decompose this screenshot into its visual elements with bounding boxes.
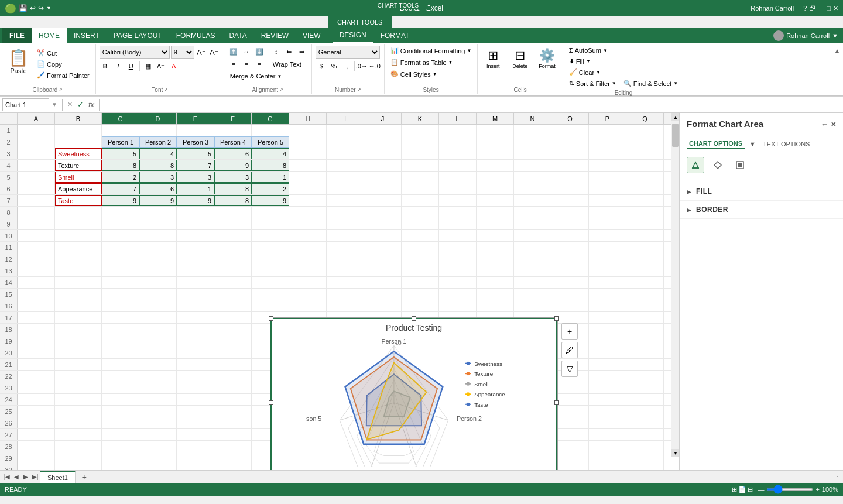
cell-N7[interactable] xyxy=(514,195,551,206)
cell-E24[interactable] xyxy=(177,394,214,405)
fill-section[interactable]: ▶ FILL xyxy=(680,183,843,201)
cell-F23[interactable] xyxy=(214,382,252,393)
cell-F26[interactable] xyxy=(214,417,252,428)
cell-E10[interactable] xyxy=(177,230,214,241)
scroll-down-btn[interactable]: ▼ xyxy=(671,449,679,457)
cell-B26[interactable] xyxy=(55,417,102,428)
cell-K14[interactable] xyxy=(402,277,439,288)
cell-B27[interactable] xyxy=(55,429,102,440)
cell-Q18[interactable] xyxy=(626,324,664,335)
cancel-formula-btn[interactable]: ✕ xyxy=(67,101,73,108)
cell-O8[interactable] xyxy=(551,207,589,218)
cell-O13[interactable] xyxy=(551,265,589,276)
cell-A1[interactable] xyxy=(18,125,55,136)
cell-C16[interactable] xyxy=(102,300,139,311)
cell-M9[interactable] xyxy=(477,218,514,229)
cell-F25[interactable] xyxy=(214,406,252,417)
cell-I9[interactable] xyxy=(327,218,364,229)
align-right-btn[interactable]: ≡ xyxy=(253,59,265,70)
cell-Q7[interactable] xyxy=(626,195,664,206)
cell-C12[interactable] xyxy=(102,253,139,265)
tab-formulas[interactable]: FORMULAS xyxy=(169,28,222,43)
cell-O9[interactable] xyxy=(551,218,589,229)
cell-J12[interactable] xyxy=(364,253,402,265)
cell-E18[interactable] xyxy=(177,324,214,335)
cut-button[interactable]: ✂️ Cut xyxy=(35,48,92,58)
col-header-F[interactable]: F xyxy=(214,113,252,124)
cell-K11[interactable] xyxy=(402,242,439,253)
handle-tm[interactable] xyxy=(412,316,416,321)
decrease-font-btn[interactable]: A⁻ xyxy=(208,46,220,58)
italic-btn[interactable]: I xyxy=(112,60,124,72)
cell-H13[interactable] xyxy=(289,265,327,276)
insert-cell-btn[interactable]: ⊞ Insert xyxy=(481,46,505,71)
cell-E27[interactable] xyxy=(177,429,214,440)
cell-J2[interactable] xyxy=(364,136,402,148)
zoom-in-btn[interactable]: + xyxy=(815,486,819,493)
cell-O12[interactable] xyxy=(551,253,589,265)
text-direction-btn[interactable]: ↕ xyxy=(270,46,282,57)
cell-F1[interactable] xyxy=(214,125,252,136)
cell-G13[interactable] xyxy=(252,265,289,276)
cell-C1[interactable] xyxy=(102,125,139,136)
cell-D28[interactable] xyxy=(139,441,177,452)
cell-K15[interactable] xyxy=(402,289,439,300)
cell-F3[interactable]: 6 xyxy=(214,148,252,159)
col-header-P[interactable]: P xyxy=(589,113,626,124)
undo-icon[interactable]: ↩ xyxy=(30,4,36,12)
font-size-select[interactable]: 9101112 xyxy=(171,46,194,59)
cell-N8[interactable] xyxy=(514,207,551,218)
col-header-O[interactable]: O xyxy=(551,113,589,124)
cell-K1[interactable] xyxy=(402,125,439,136)
cell-E2[interactable]: Person 3 xyxy=(177,136,214,148)
cell-L11[interactable] xyxy=(439,242,477,253)
cell-M13[interactable] xyxy=(477,265,514,276)
cell-P16[interactable] xyxy=(589,300,626,311)
cell-J1[interactable] xyxy=(364,125,402,136)
cell-C8[interactable] xyxy=(102,207,139,218)
chart-add-element-btn[interactable]: + xyxy=(561,323,578,340)
cell-A22[interactable] xyxy=(18,371,55,382)
clear-btn[interactable]: 🧹 Clear ▼ xyxy=(567,67,603,77)
cell-L14[interactable] xyxy=(439,277,477,288)
cell-F29[interactable] xyxy=(214,452,252,464)
cell-B12[interactable] xyxy=(55,253,102,265)
cell-F15[interactable] xyxy=(214,289,252,300)
cell-L6[interactable] xyxy=(439,183,477,194)
cell-E16[interactable] xyxy=(177,300,214,311)
cell-P29[interactable] xyxy=(589,452,626,464)
cell-C11[interactable] xyxy=(102,242,139,253)
sort-filter-btn[interactable]: ⇅ Sort & Filter ▼ xyxy=(567,78,619,88)
cell-P4[interactable] xyxy=(589,160,626,171)
cell-P12[interactable] xyxy=(589,253,626,265)
cell-C22[interactable] xyxy=(102,371,139,382)
cell-A5[interactable] xyxy=(18,172,55,183)
tab-format[interactable]: FORMAT xyxy=(373,28,417,43)
ribbon-collapse-btn[interactable]: ▲ xyxy=(831,44,843,94)
tab-file[interactable]: FILE xyxy=(2,28,32,43)
cell-Q22[interactable] xyxy=(626,371,664,382)
cell-M8[interactable] xyxy=(477,207,514,218)
tab-view[interactable]: VIEW xyxy=(296,28,328,43)
help-icon[interactable]: ? xyxy=(803,5,807,12)
cell-B13[interactable] xyxy=(55,265,102,276)
cell-A12[interactable] xyxy=(18,253,55,265)
zoom-slider[interactable] xyxy=(766,488,813,491)
cell-C25[interactable] xyxy=(102,406,139,417)
cell-B1[interactable] xyxy=(55,125,102,136)
cell-O11[interactable] xyxy=(551,242,589,253)
cell-N15[interactable] xyxy=(514,289,551,300)
handle-tl[interactable] xyxy=(269,316,273,321)
cell-O4[interactable] xyxy=(551,160,589,171)
cell-Q6[interactable] xyxy=(626,183,664,194)
col-header-Q[interactable]: Q xyxy=(626,113,664,124)
cell-D17[interactable] xyxy=(139,312,177,323)
cell-N6[interactable] xyxy=(514,183,551,194)
wrap-text-btn[interactable]: Wrap Text xyxy=(270,60,304,69)
merge-center-btn[interactable]: Merge & Center ▼ xyxy=(228,71,285,81)
cell-E15[interactable] xyxy=(177,289,214,300)
redo-icon[interactable]: ↪ xyxy=(38,4,44,12)
cf-dropdown-icon[interactable]: ▼ xyxy=(467,48,471,53)
cell-D12[interactable] xyxy=(139,253,177,265)
handle-mr[interactable] xyxy=(554,400,559,405)
